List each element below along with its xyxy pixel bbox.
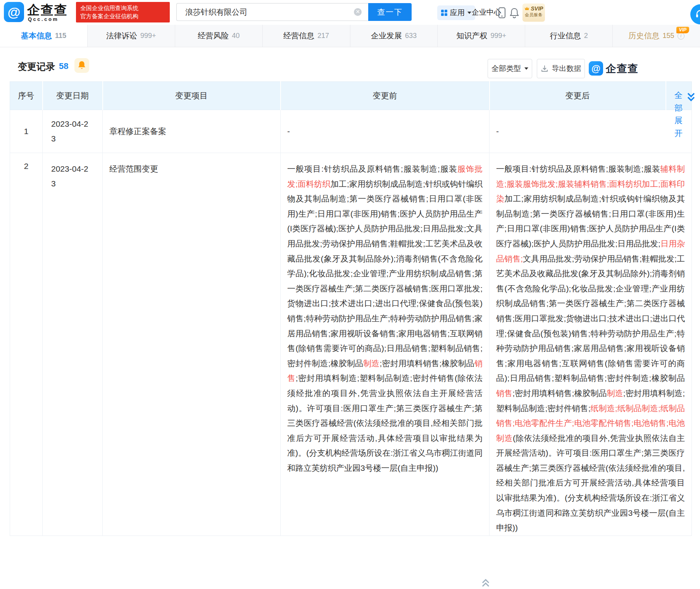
subscribe-bell-button[interactable] — [74, 58, 89, 73]
col-header-before: 变更前 — [281, 82, 490, 110]
svip-member-badge[interactable]: SVIP 会员服务 — [522, 3, 545, 22]
diff-text-red: 制造 — [363, 359, 379, 368]
tab-label: 经营风险 — [198, 31, 229, 41]
qcc-watermark-text: 企查查 — [606, 62, 638, 76]
crown-icon — [524, 6, 529, 10]
type-filter-dropdown[interactable]: 全部类型 — [488, 59, 532, 78]
tab-label: 知识产权 — [457, 31, 488, 41]
chevron-double-down-icon[interactable] — [686, 92, 696, 103]
apps-grid-icon — [441, 10, 447, 16]
cell-item: 经营范围变更 — [103, 153, 281, 536]
section-title: 变更记录 — [18, 60, 55, 73]
search-input[interactable] — [176, 3, 368, 21]
tab-经营信息[interactable]: 经营信息217 — [262, 25, 350, 47]
diff-text-red: 销售 — [496, 389, 512, 398]
apps-menu[interactable]: 应用 — [437, 5, 475, 20]
tab-label: 行业信息 — [550, 31, 581, 41]
col-header-date: 变更日期 — [43, 82, 103, 110]
vip-badge: VIP — [676, 27, 689, 33]
tab-历史信息[interactable]: 历史信息155VIPi — [612, 25, 700, 47]
tab-label: 法律诉讼 — [106, 31, 137, 41]
cell-date: 2023-04-23 — [43, 153, 103, 536]
tab-count: 155 — [663, 32, 674, 40]
collapse-row-button[interactable] — [481, 578, 491, 587]
diff-text-red: 制造 — [607, 389, 623, 398]
tab-label: 历史信息 — [629, 31, 660, 41]
clear-search-icon[interactable]: ✕ — [354, 8, 362, 16]
tab-count: 115 — [55, 32, 66, 40]
diff-text: 一般项目:针纺织品及原料销售;服装制造;服装 — [496, 164, 660, 173]
tab-count: 217 — [317, 32, 329, 40]
info-icon[interactable]: i — [678, 33, 684, 40]
tab-count: 2 — [584, 32, 588, 40]
diff-text: 加工;家用纺织制成品制造;针织或钩针编织物及其制品制造;第一类医疗器械销售;日用… — [287, 179, 483, 368]
top-bar: @ 企查查 Qcc.com 全国企业信用查询系统 官方备案企业征信机构 ✕ 查一… — [0, 0, 700, 25]
tab-count: 633 — [405, 32, 417, 40]
cell-no: 1 — [10, 110, 43, 153]
tab-count: 999+ — [140, 32, 156, 40]
cell-before: 一般项目:针纺织品及原料销售;服装制造;服装服饰批发;面料纺织加工;家用纺织制成… — [281, 153, 490, 536]
tab-知识产权[interactable]: 知识产权999+ — [437, 25, 525, 47]
tab-基本信息[interactable]: 基本信息115 — [0, 25, 87, 47]
tab-label: 经营信息 — [283, 31, 314, 41]
diff-text: ;密封用填料制造;塑料制品制造;密封件销售(除依法须经批准的项目外,凭营业执照依… — [287, 374, 483, 472]
page: @ 企查查 Qcc.com 全国企业信用查询系统 官方备案企业征信机构 ✕ 查一… — [0, 0, 700, 589]
table-header-row: 序号 变更日期 变更项目 变更前 变更后 全部展开 — [10, 82, 692, 110]
tab-法律诉讼[interactable]: 法律诉讼999+ — [87, 25, 175, 47]
certification-badge: 全国企业信用查询系统 官方备案企业征信机构 — [76, 2, 170, 22]
diff-text: - — [287, 127, 290, 136]
svip-sublabel: 会员服务 — [522, 12, 545, 17]
diff-text: ;密封用填料销售;橡胶制品 — [380, 359, 474, 368]
tab-行业信息[interactable]: 行业信息2 — [525, 25, 612, 47]
change-records-table: 序号 变更日期 变更项目 变更前 变更后 全部展开 12023-04-23章程修… — [10, 81, 692, 536]
table-row: 12023-04-23章程修正案备案-- — [10, 110, 692, 153]
tab-经营风险[interactable]: 经营风险40 — [175, 25, 262, 47]
export-data-label: 导出数据 — [552, 64, 581, 74]
cell-no: 2 — [10, 153, 43, 536]
col-header-no: 序号 — [10, 82, 43, 110]
diff-text: 文具用品批发;劳动保护用品销售;鞋帽批发;工艺美术品及收藏品批发(象牙及其制品除… — [496, 254, 685, 383]
diff-text: (除依法须经批准的项目外,凭营业执照依法自主开展经营活动)。许可项目:医用口罩生… — [496, 434, 685, 532]
cell-after: - — [490, 110, 692, 153]
mobile-app-icon[interactable] — [498, 7, 506, 20]
download-icon — [541, 65, 548, 72]
type-filter-label: 全部类型 — [491, 64, 521, 74]
qcc-logo-domain: Qcc.com — [28, 16, 59, 22]
table-row: 22023-04-23经营范围变更一般项目:针纺织品及原料销售;服装制造;服装服… — [10, 153, 692, 536]
apps-menu-label: 应用 — [450, 8, 465, 18]
company-tab-bar: 基本信息115法律诉讼999+经营风险40经营信息217企业发展633知识产权9… — [0, 25, 700, 47]
certification-badge-line1: 全国企业信用查询系统 — [80, 4, 166, 12]
export-data-button[interactable]: 导出数据 — [537, 59, 585, 78]
expand-all-column: 全部展开 — [666, 82, 692, 110]
tab-企业发展[interactable]: 企业发展633 — [350, 25, 438, 47]
chevron-down-icon — [467, 12, 471, 14]
search-button[interactable]: 查一下 — [368, 3, 412, 21]
cell-date: 2023-04-23 — [43, 110, 103, 153]
diff-text: ;密封用填料销售;橡胶制品 — [512, 389, 607, 398]
svip-label: SVIP — [522, 5, 545, 12]
diff-text: 一般项目:针纺织品及原料销售;服装制造;服装 — [287, 164, 457, 173]
notification-bell-icon[interactable] — [509, 7, 519, 20]
tab-count: 999+ — [491, 32, 507, 40]
customer-service-button[interactable] — [690, 4, 700, 24]
qcc-watermark: @ 企查查 — [589, 61, 638, 76]
cell-after: 一般项目:针纺织品及原料销售;服装制造;服装辅料制造;服装服饰批发;服装辅料销售… — [490, 153, 692, 536]
tab-label: 企业发展 — [371, 31, 402, 41]
col-header-after: 变更后 — [490, 82, 666, 110]
cell-item: 章程修正案备案 — [103, 110, 281, 153]
divider — [467, 9, 467, 17]
chevron-down-icon — [524, 67, 528, 70]
enterprise-center-link[interactable]: 企业中心 — [472, 7, 501, 17]
cell-before: - — [281, 110, 490, 153]
tab-count: 40 — [232, 32, 240, 40]
certification-badge-line2: 官方备案企业征信机构 — [80, 12, 166, 20]
section-count: 58 — [59, 61, 68, 71]
diff-text: 加工;家用纺织制成品制造;针织或钩针编织物及其制品制造;第一类医疗器械销售;日用… — [496, 194, 685, 248]
tab-label: 基本信息 — [21, 31, 52, 41]
expand-all-button[interactable]: 全部展开 — [674, 89, 684, 140]
qcc-watermark-icon: @ — [589, 61, 603, 76]
bell-icon — [78, 61, 86, 70]
col-header-item: 变更项目 — [103, 82, 281, 110]
diff-text: - — [496, 127, 499, 136]
qcc-logo-icon[interactable]: @ — [4, 2, 24, 22]
